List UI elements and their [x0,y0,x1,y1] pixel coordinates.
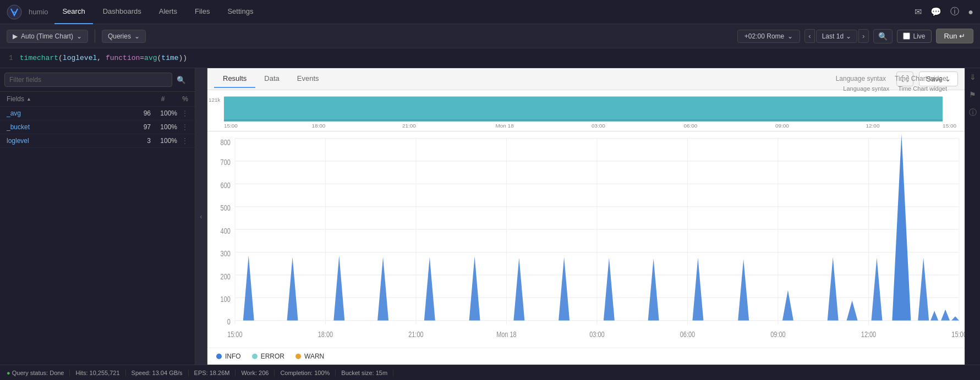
queries-btn[interactable]: Queries ⌄ [102,30,146,43]
field-more-loglevel[interactable]: ⋮ [182,137,188,145]
logo[interactable] [7,4,22,20]
filter-search-btn[interactable]: 🔍 [172,74,190,86]
timezone-chevron: ⌄ [787,32,793,40]
status-check-icon: ● [7,370,12,376]
timerange-value: Last 1d [822,32,844,40]
run-btn[interactable]: Run ↵ [936,29,973,43]
eps-value: 18.26M [210,370,230,376]
svg-text:Mon 18: Mon 18 [496,331,517,339]
queries-chevron: ⌄ [134,32,140,40]
svg-marker-59 [692,258,703,321]
speed-label: Speed: [132,370,151,376]
live-checkbox[interactable] [903,32,910,40]
field-num-loglevel: 3 [129,137,151,145]
legend-info[interactable]: INFO [216,353,241,360]
sidebar: 🔍 Fields ▲ # % _avg 96 100% ⋮ _bucket 97… [0,68,195,365]
live-btn[interactable]: Live [897,30,932,43]
svg-marker-49 [243,256,254,321]
svg-text:300: 300 [221,250,231,258]
tabs: Results Data Events [214,70,328,88]
timerange-btn[interactable]: Last 1d ⌄ [816,30,857,43]
right-sidebar: ⇓ ⚑ ⓘ [965,68,980,365]
user-icon[interactable]: ● [968,7,973,17]
right-info-icon[interactable]: ⓘ [969,108,977,118]
legend-error[interactable]: ERROR [252,353,284,360]
svg-text:200: 200 [221,272,231,281]
field-more-avg[interactable]: ⋮ [182,109,188,117]
field-name-loglevel: loglevel [7,137,129,145]
status-item-work: Work: 206 [236,370,275,376]
nav-files[interactable]: Files [187,0,217,24]
time-chart-widget-link-2[interactable]: Time Chart widget [895,75,948,82]
svg-marker-64 [871,258,882,321]
timezone-btn[interactable]: +02:00 Rome ⌄ [737,30,800,43]
tab-events[interactable]: Events [288,70,328,88]
completion-label: Completion: [280,370,313,376]
svg-marker-50 [287,257,298,320]
auto-chevron: ⌄ [76,32,82,40]
help-icon[interactable]: ⓘ [950,6,959,18]
query-code[interactable]: timechart(loglevel, function=avg(time)) [20,54,187,62]
chart-area: 121k 15:00 18:00 21:00 Mon 18 03:00 06:0… [207,90,965,365]
svg-marker-61 [782,290,793,321]
auto-label: Auto (Time Chart) [21,32,73,40]
svg-text:12:00: 12:00 [866,123,880,129]
svg-text:06:00: 06:00 [683,123,698,129]
svg-rect-12 [224,119,943,122]
legend-error-label: ERROR [261,353,284,360]
bucket-value: 15m [376,370,387,376]
svg-text:800: 800 [221,139,231,147]
status-item-hits: Hits: 10,255,721 [70,370,125,376]
field-row-loglevel[interactable]: loglevel 3 100% ⋮ [0,134,195,148]
sidebar-filter-bar: 🔍 [0,68,195,92]
tab-data[interactable]: Data [255,70,288,88]
svg-marker-58 [648,258,659,321]
field-row-avg[interactable]: _avg 96 100% ⋮ [0,107,195,120]
fields-header: Fields ▲ # % [0,92,195,107]
nav-search[interactable]: Search [54,0,92,24]
status-value: Done [50,370,64,376]
query-editor[interactable]: 1 timechart(loglevel, function=avg(time)… [0,48,980,68]
svg-text:15:00: 15:00 [951,331,965,339]
svg-text:09:00: 09:00 [775,123,790,129]
nav-alerts[interactable]: Alerts [151,0,185,24]
status-label: Query status: [12,370,48,376]
nav-settings[interactable]: Settings [220,0,261,24]
notification-icon[interactable]: ✉ [915,7,922,17]
timerange-chevron: ⌄ [846,32,851,40]
tab-results[interactable]: Results [214,70,255,88]
status-item-speed: Speed: 13.04 GB/s [126,370,189,376]
right-download-icon[interactable]: ⇓ [970,73,976,81]
status-item-bucket: Bucket size: 15m [336,370,393,376]
zoom-out-btn[interactable]: 🔍 [873,29,893,43]
svg-text:100: 100 [221,295,231,304]
queries-label: Queries [108,32,131,40]
main-layout: 🔍 Fields ▲ # % _avg 96 100% ⋮ _bucket 97… [0,68,980,365]
hits-value: 10,255,721 [90,370,120,376]
right-bookmark-icon[interactable]: ⚑ [969,90,976,99]
svg-text:18:00: 18:00 [318,331,333,339]
auto-timechart-btn[interactable]: ▶ Auto (Time Chart) ⌄ [7,30,88,43]
svg-text:18:00: 18:00 [311,123,326,129]
svg-marker-66 [918,258,929,321]
field-name-avg: _avg [7,109,129,117]
status-item-done: ● Query status: Done [7,370,70,376]
overview-chart: 121k 15:00 18:00 21:00 Mon 18 03:00 06:0… [207,90,965,131]
field-pct-loglevel: 100% [155,137,177,145]
svg-marker-57 [604,258,615,321]
main-chart: 0 100 200 300 400 500 600 700 800 15:00 … [207,131,965,348]
field-row-bucket[interactable]: _bucket 97 100% ⋮ [0,120,195,134]
timerange-next-btn[interactable]: › [858,29,868,43]
field-num-bucket: 97 [129,123,151,131]
filter-fields-input[interactable] [4,73,172,87]
timerange-prev-btn[interactable]: ‹ [804,29,814,43]
chat-icon[interactable]: 💬 [930,7,941,17]
svg-text:500: 500 [221,204,231,213]
field-num-avg: 96 [129,109,151,117]
field-more-bucket[interactable]: ⋮ [182,123,188,131]
sidebar-collapse-btn[interactable]: ‹ [195,68,207,365]
language-syntax-link-2[interactable]: Language syntax [836,75,886,82]
legend-warn-label: WARN [304,353,324,360]
legend-warn[interactable]: WARN [295,353,324,360]
nav-dashboards[interactable]: Dashboards [95,0,149,24]
